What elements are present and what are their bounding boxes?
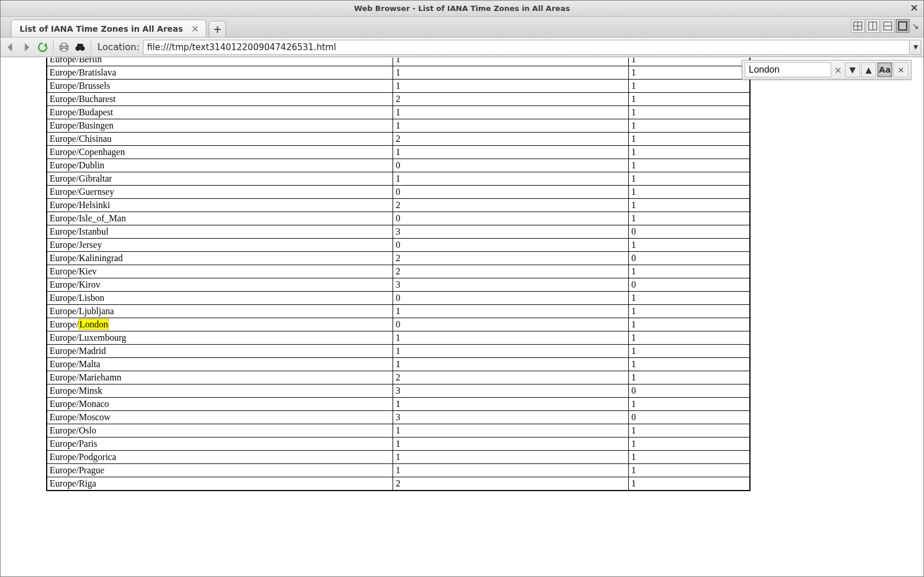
location-input[interactable] bbox=[143, 40, 910, 55]
page-scroll-area[interactable]: Europe/Berlin11Europe/Bratislava11Europe… bbox=[1, 58, 923, 576]
find-prev-button[interactable]: ▲ bbox=[861, 62, 876, 77]
split-vertical-button[interactable] bbox=[866, 19, 880, 33]
window-titlebar: Web Browser - List of IANA Time Zones in… bbox=[1, 1, 923, 17]
find-button[interactable] bbox=[73, 40, 88, 55]
page-content: Europe/Berlin11Europe/Bratislava11Europe… bbox=[1, 58, 750, 503]
split-none-button[interactable] bbox=[896, 19, 910, 33]
table-row: Europe/Mariehamn21 bbox=[47, 371, 750, 384]
tab-title: List of IANA Time Zones in All Areas bbox=[20, 24, 183, 33]
grid-icon bbox=[853, 21, 862, 31]
tz-name-cell: Europe/Kaliningrad bbox=[47, 252, 393, 265]
tz-col2-cell: 3 bbox=[393, 278, 629, 292]
tz-col2-cell: 1 bbox=[393, 305, 629, 318]
tz-name-cell: Europe/Copenhagen bbox=[47, 146, 393, 159]
svg-rect-10 bbox=[62, 48, 66, 51]
table-row: Europe/Copenhagen11 bbox=[47, 146, 750, 159]
tz-name-cell: Europe/Luxembourg bbox=[47, 331, 393, 345]
find-clear-button[interactable]: × bbox=[832, 65, 844, 76]
find-case-toggle[interactable]: Aa bbox=[877, 62, 892, 77]
tz-col3-cell: 1 bbox=[629, 80, 750, 93]
tz-col3-cell: 1 bbox=[629, 477, 750, 491]
tz-name-cell: Europe/Dublin bbox=[47, 159, 393, 172]
tz-name-cell: Europe/Mariehamn bbox=[47, 371, 393, 384]
tz-name-cell: Europe/Ljubljana bbox=[47, 305, 393, 318]
split-horizontal-button[interactable] bbox=[881, 19, 895, 33]
tz-col2-cell: 1 bbox=[393, 106, 629, 119]
table-row: Europe/Gibraltar11 bbox=[47, 172, 750, 186]
tz-col2-cell: 2 bbox=[393, 371, 629, 384]
find-close-button[interactable]: × bbox=[893, 62, 908, 77]
split-grid-button[interactable] bbox=[851, 19, 865, 33]
tz-col2-cell: 1 bbox=[393, 438, 629, 451]
table-row: Europe/Moscow30 bbox=[47, 411, 750, 424]
tz-col3-cell: 0 bbox=[629, 411, 750, 424]
tz-name-cell: Europe/Madrid bbox=[47, 345, 393, 358]
tz-col2-cell: 2 bbox=[393, 477, 629, 491]
tz-col3-cell: 1 bbox=[629, 106, 750, 119]
tz-name-cell: Europe/Chisinau bbox=[47, 133, 393, 146]
find-input[interactable] bbox=[745, 62, 831, 77]
table-row: Europe/Busingen11 bbox=[47, 119, 750, 133]
tz-col3-cell: 1 bbox=[629, 305, 750, 318]
forward-arrow-icon bbox=[21, 42, 32, 53]
case-sensitive-icon: Aa bbox=[879, 65, 891, 74]
table-row: Europe/Oslo11 bbox=[47, 424, 750, 438]
table-row: Europe/Dublin01 bbox=[47, 159, 750, 172]
tz-name-cell: Europe/Bucharest bbox=[47, 93, 393, 106]
split-vertical-icon bbox=[868, 21, 877, 31]
tz-col3-cell: 1 bbox=[629, 58, 750, 66]
tz-col2-cell: 0 bbox=[393, 318, 629, 331]
tz-col2-cell: 0 bbox=[393, 159, 629, 172]
tz-name-cell: Europe/Oslo bbox=[47, 424, 393, 438]
tz-col3-cell: 1 bbox=[629, 345, 750, 358]
table-row: Europe/Kiev21 bbox=[47, 265, 750, 278]
back-arrow-icon bbox=[5, 42, 16, 53]
tz-col3-cell: 1 bbox=[629, 438, 750, 451]
reload-button[interactable] bbox=[35, 40, 50, 55]
tz-col3-cell: 1 bbox=[629, 159, 750, 172]
window-title: Web Browser - List of IANA Time Zones in… bbox=[354, 4, 570, 13]
nav-toolbar: Location: ▼ bbox=[1, 37, 923, 57]
tz-col2-cell: 1 bbox=[393, 398, 629, 411]
tz-col3-cell: 1 bbox=[629, 93, 750, 106]
location-label: Location: bbox=[97, 42, 139, 52]
tz-col2-cell: 1 bbox=[393, 345, 629, 358]
forward-button[interactable] bbox=[19, 40, 34, 55]
tab-overflow-button[interactable]: ↘ bbox=[911, 21, 920, 31]
tz-col3-cell: 1 bbox=[629, 119, 750, 133]
print-button[interactable] bbox=[56, 40, 71, 55]
location-dropdown-button[interactable]: ▼ bbox=[911, 40, 921, 55]
printer-icon bbox=[58, 42, 70, 53]
tz-col3-cell: 1 bbox=[629, 464, 750, 477]
tz-col3-cell: 1 bbox=[629, 239, 750, 252]
new-tab-button[interactable]: + bbox=[209, 21, 226, 37]
tab-strip: List of IANA Time Zones in All Areas × +… bbox=[1, 17, 923, 37]
table-row: Europe/Chisinau21 bbox=[47, 133, 750, 146]
svg-rect-7 bbox=[899, 22, 907, 30]
table-row: Europe/Ljubljana11 bbox=[47, 305, 750, 318]
tz-col3-cell: 1 bbox=[629, 358, 750, 371]
tz-name-cell: Europe/Moscow bbox=[47, 411, 393, 424]
back-button[interactable] bbox=[3, 40, 18, 55]
table-row: Europe/Helsinki21 bbox=[47, 199, 750, 212]
tz-name-cell: Europe/Kirov bbox=[47, 278, 393, 292]
tab-close-button[interactable]: × bbox=[190, 23, 200, 34]
tz-col3-cell: 1 bbox=[629, 212, 750, 225]
window-close-button[interactable]: × bbox=[908, 2, 920, 13]
tz-col2-cell: 0 bbox=[393, 239, 629, 252]
toolbar-separator bbox=[53, 40, 54, 54]
timezone-table: Europe/Berlin11Europe/Bratislava11Europe… bbox=[46, 58, 750, 491]
tz-name-cell: Europe/Istanbul bbox=[47, 225, 393, 239]
tz-col3-cell: 1 bbox=[629, 265, 750, 278]
table-row: Europe/Paris11 bbox=[47, 438, 750, 451]
tz-name-cell: Europe/Monaco bbox=[47, 398, 393, 411]
tz-name-cell: Europe/Guernsey bbox=[47, 186, 393, 199]
tz-col2-cell: 0 bbox=[393, 186, 629, 199]
tz-name-cell: Europe/Brussels bbox=[47, 80, 393, 93]
tab-active[interactable]: List of IANA Time Zones in All Areas × bbox=[11, 20, 206, 37]
tz-name-cell: Europe/Isle_of_Man bbox=[47, 212, 393, 225]
table-row: Europe/Kaliningrad20 bbox=[47, 252, 750, 265]
tz-col2-cell: 3 bbox=[393, 384, 629, 398]
tz-col2-cell: 2 bbox=[393, 265, 629, 278]
find-next-button[interactable]: ▼ bbox=[845, 62, 860, 77]
